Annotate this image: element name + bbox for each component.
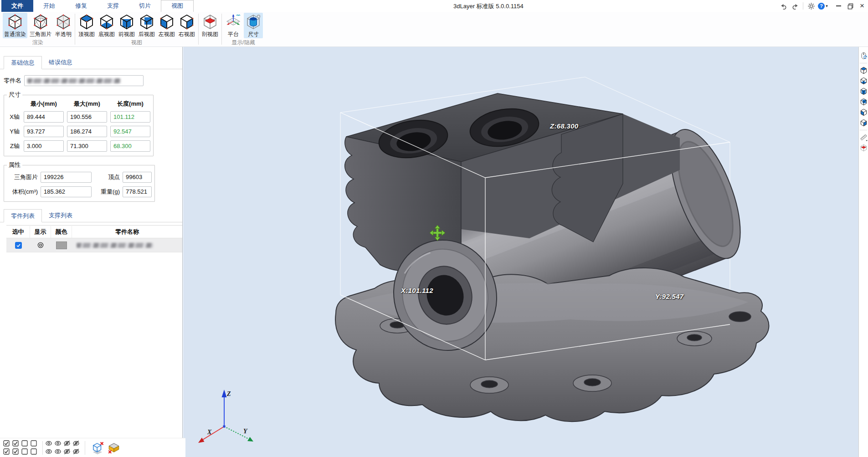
divider (803, 2, 803, 10)
eye-icon[interactable] (55, 440, 61, 447)
view-top-cube-icon (78, 14, 95, 30)
dimension-label-x: X:101.112 (401, 287, 433, 294)
eye-off-icon[interactable] (73, 448, 79, 455)
x-length-field[interactable]: 101.112 (110, 111, 150, 123)
axis-triad: Z X Y (198, 390, 253, 443)
button-label: 普通渲染 (4, 31, 26, 38)
ribbon-group-section: 剖视图 (200, 12, 220, 46)
dimension-toggle-button[interactable]: 尺寸 (244, 13, 263, 38)
z-min-field[interactable]: 3.000 (24, 140, 64, 152)
section-view-cube-icon[interactable] (860, 144, 868, 152)
maximize-icon[interactable] (844, 0, 856, 12)
dimension-label-z: Z:68.300 (550, 122, 578, 130)
triangle-mesh-button[interactable]: 三角面片 (28, 13, 53, 38)
checkbox-empty-icon[interactable] (31, 448, 37, 455)
view-left-cube-icon[interactable] (860, 108, 868, 116)
eye-off-icon[interactable] (64, 440, 70, 447)
checkbox-empty-icon[interactable] (21, 448, 28, 455)
view-top-button[interactable]: 顶视图 (77, 13, 96, 38)
eye-icon[interactable] (46, 448, 52, 455)
part-color-swatch[interactable] (56, 241, 67, 249)
x-min-field[interactable]: 89.444 (24, 111, 64, 123)
view-right-cube-icon[interactable] (860, 119, 868, 127)
y-max-field[interactable]: 186.274 (67, 126, 107, 137)
part-name-field[interactable] (24, 75, 144, 86)
select-buttons (3, 440, 37, 455)
view-bottom-button[interactable]: 底视图 (97, 13, 116, 38)
menu-tab-start[interactable]: 开始 (33, 0, 65, 12)
eye-off-icon[interactable] (73, 440, 79, 447)
viewport-3d[interactable]: Z X Y Z:68.300 X:101.112 Y:92.547 (183, 47, 858, 457)
help-icon[interactable]: ?▾ (817, 0, 829, 12)
vertices-field[interactable]: 99603 (123, 172, 152, 183)
tab-basic-info[interactable]: 基础信息 (4, 56, 42, 69)
checkbox-checked-icon[interactable] (3, 440, 10, 447)
mouse-rotate-icon[interactable] (860, 52, 868, 60)
title-bar: 文件 开始 修复 支撑 切片 视图 3dLayer 标准版 5.0.0.1154… (0, 0, 868, 12)
view-back-cube-icon[interactable] (860, 98, 868, 106)
y-min-field[interactable]: 93.727 (24, 126, 64, 137)
button-label: 平台 (228, 31, 239, 38)
z-length-field[interactable]: 68.300 (110, 140, 150, 152)
volume-field[interactable]: 185.362 (41, 186, 92, 197)
visibility-eye-icon[interactable] (37, 242, 44, 248)
eye-icon[interactable] (55, 448, 61, 455)
settings-gear-icon[interactable] (805, 0, 817, 12)
x-max-field[interactable]: 190.556 (67, 111, 107, 123)
delete-platform-icon[interactable] (107, 441, 121, 455)
checkbox-checked-icon[interactable] (12, 448, 19, 455)
view-front-button[interactable]: 前视图 (117, 13, 136, 38)
minimize-icon[interactable] (832, 0, 844, 12)
divider (198, 14, 199, 45)
weight-field[interactable]: 778.521 (123, 186, 152, 197)
part-list-tab-bar: 零件列表 支撑列表 (0, 209, 182, 222)
eye-off-icon[interactable] (64, 448, 70, 455)
delete-part-cube-icon[interactable] (91, 441, 104, 455)
menu-tab-repair[interactable]: 修复 (65, 0, 97, 12)
view-left-button[interactable]: 左视图 (157, 13, 176, 38)
view-front-cube-icon[interactable] (860, 87, 868, 95)
volume-label: 体积(cm³) (7, 188, 38, 196)
view-bottom-cube-icon[interactable] (860, 77, 868, 85)
close-icon[interactable]: × (856, 0, 868, 12)
triangle-mesh-cube-icon (32, 14, 49, 30)
y-length-field[interactable]: 92.547 (110, 126, 150, 137)
left-panel: 基础信息 错误信息 零件名 尺寸 最小(mm) 最大(mm) 长度(mm) X轴… (0, 47, 183, 457)
measure-ruler-icon[interactable] (860, 134, 868, 141)
view-top-cube-icon[interactable] (860, 67, 868, 74)
menu-tab-file[interactable]: 文件 (1, 0, 33, 12)
button-label: 底视图 (98, 31, 115, 38)
checkbox-empty-icon[interactable] (21, 440, 28, 447)
tab-error-info[interactable]: 错误信息 (42, 56, 79, 69)
part-list-table: 选中 显示 颜色 零件名称 (0, 225, 182, 252)
part-name-value-redacted (27, 78, 121, 83)
axis-y-label: Y (243, 428, 248, 435)
z-max-field[interactable]: 71.300 (67, 140, 107, 152)
table-row[interactable] (6, 238, 182, 252)
section-view-cube-icon (202, 14, 218, 30)
checkbox-checked-icon[interactable] (3, 448, 10, 455)
part-name-label: 零件名 (4, 77, 21, 85)
redo-icon[interactable] (789, 0, 801, 12)
divider (42, 441, 43, 455)
y-axis-label: Y轴 (7, 128, 21, 136)
group-label-render: 渲染 (2, 39, 73, 46)
translucent-button[interactable]: 半透明 (54, 13, 73, 38)
row-selected-checkbox[interactable] (15, 242, 22, 249)
platform-toggle-button[interactable]: 平台 (224, 13, 243, 38)
tab-support-list[interactable]: 支撑列表 (42, 209, 79, 222)
view-back-button[interactable]: 后视图 (137, 13, 156, 38)
menu-tab-slice[interactable]: 切片 (129, 0, 161, 12)
checkbox-checked-icon[interactable] (12, 440, 19, 447)
checkbox-empty-icon[interactable] (31, 440, 37, 447)
eye-icon[interactable] (46, 440, 52, 447)
view-right-button[interactable]: 右视图 (177, 13, 196, 38)
menu-tab-support[interactable]: 支撑 (97, 0, 129, 12)
menu-tab-view[interactable]: 视图 (161, 0, 194, 12)
undo-icon[interactable] (777, 0, 789, 12)
triangles-field[interactable]: 199226 (41, 172, 92, 183)
divider (860, 63, 867, 63)
section-view-button[interactable]: 剖视图 (200, 13, 220, 38)
tab-part-list[interactable]: 零件列表 (4, 209, 42, 222)
render-normal-button[interactable]: 普通渲染 (3, 13, 27, 38)
